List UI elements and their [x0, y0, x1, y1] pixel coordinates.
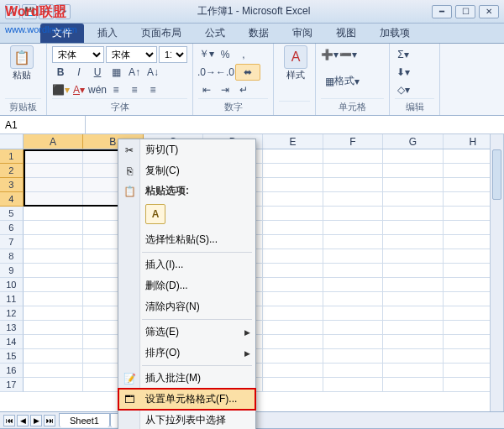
cell[interactable] [383, 364, 443, 378]
cell[interactable] [24, 178, 83, 192]
delete-cells-button[interactable]: ➖▾ [339, 46, 356, 63]
cell[interactable] [383, 292, 443, 306]
cell[interactable] [323, 349, 383, 364]
tab-insert[interactable]: 插入 [86, 24, 129, 43]
increase-decimal-button[interactable]: .0→ [198, 64, 215, 81]
cell[interactable] [263, 306, 323, 321]
cell[interactable] [323, 364, 383, 378]
cell[interactable] [24, 264, 83, 278]
cell[interactable] [323, 164, 383, 178]
cell[interactable] [383, 149, 443, 164]
row-header[interactable]: 11 [0, 292, 24, 306]
row-header[interactable]: 9 [0, 264, 24, 278]
cm-filter[interactable]: 筛选(E)▶ [118, 322, 255, 343]
select-all-corner[interactable] [0, 134, 24, 149]
cell[interactable] [383, 335, 443, 349]
currency-button[interactable]: ￥▾ [198, 46, 215, 63]
cm-insert-comment[interactable]: 📝插入批注(M) [118, 368, 255, 389]
cell[interactable] [383, 249, 443, 264]
row-header[interactable]: 3 [0, 178, 24, 192]
cm-paste-special[interactable]: 选择性粘贴(S)... [118, 229, 255, 250]
cell[interactable] [323, 378, 383, 392]
font-name-select2[interactable]: 宋体 [106, 46, 158, 63]
underline-button[interactable]: U [89, 64, 106, 81]
cell[interactable] [383, 321, 443, 335]
cell[interactable] [323, 306, 383, 321]
minimize-button[interactable]: ━ [432, 5, 452, 18]
cell[interactable] [323, 321, 383, 335]
align-right-button[interactable]: ≡ [144, 81, 161, 98]
cell[interactable] [383, 349, 443, 364]
border-button[interactable]: ▦ [108, 64, 124, 81]
close-button[interactable]: ✕ [479, 5, 499, 18]
cell[interactable] [24, 349, 83, 364]
tab-data[interactable]: 数据 [237, 24, 281, 43]
cell[interactable] [323, 264, 383, 278]
col-header[interactable]: A [24, 134, 83, 149]
decrease-decimal-button[interactable]: ←.0 [217, 64, 234, 81]
cell[interactable] [24, 149, 83, 164]
tab-addins[interactable]: 加载项 [368, 24, 422, 43]
row-header[interactable]: 14 [0, 335, 24, 349]
cm-dropdown[interactable]: 从下拉列表中选择(K)... [118, 410, 255, 429]
sheet-nav-last[interactable]: ⏭ [44, 415, 55, 426]
tab-view[interactable]: 视图 [324, 24, 368, 43]
row-header[interactable]: 13 [0, 321, 24, 335]
cell[interactable] [24, 164, 83, 178]
vertical-scrollbar[interactable] [490, 134, 503, 411]
row-header[interactable]: 6 [0, 221, 24, 235]
cell[interactable] [263, 192, 323, 207]
align-left-button[interactable]: ≡ [108, 81, 124, 98]
name-box[interactable]: A1 [0, 116, 86, 133]
font-name-select[interactable]: 宋体 [52, 46, 104, 63]
cell[interactable] [383, 192, 443, 207]
cell[interactable] [323, 235, 383, 249]
cm-insert[interactable]: 插入(I)... [118, 254, 255, 275]
cell[interactable] [24, 278, 83, 292]
cm-cut[interactable]: ✂剪切(T) [118, 139, 255, 160]
cm-copy[interactable]: ⎘复制(C) [118, 160, 255, 181]
cm-sort[interactable]: 排序(O)▶ [118, 343, 255, 364]
cell[interactable] [24, 306, 83, 321]
tab-formulas[interactable]: 公式 [193, 24, 237, 43]
tab-pagelayout[interactable]: 页面布局 [129, 24, 193, 43]
cell[interactable] [263, 335, 323, 349]
cell[interactable] [263, 235, 323, 249]
align-center-button[interactable]: ≡ [126, 81, 143, 98]
sheet-nav-next[interactable]: ▶ [30, 415, 42, 426]
cell[interactable] [383, 264, 443, 278]
cell[interactable] [323, 249, 383, 264]
cell[interactable] [383, 178, 443, 192]
cell[interactable] [263, 221, 323, 235]
cell[interactable] [323, 335, 383, 349]
cell[interactable] [263, 178, 323, 192]
cm-clear[interactable]: 清除内容(N) [118, 296, 255, 317]
cell[interactable] [263, 292, 323, 306]
cell[interactable] [383, 221, 443, 235]
row-header[interactable]: 12 [0, 306, 24, 321]
cell[interactable] [383, 207, 443, 221]
cell[interactable] [263, 321, 323, 335]
cell[interactable] [383, 306, 443, 321]
formula-input[interactable] [86, 116, 504, 133]
cm-delete[interactable]: 删除(D)... [118, 275, 255, 296]
paste-button[interactable]: 📋 粘贴 [5, 45, 39, 81]
col-header[interactable]: G [383, 134, 443, 149]
col-header[interactable]: E [263, 134, 323, 149]
cell[interactable] [263, 364, 323, 378]
cell[interactable] [323, 278, 383, 292]
font-color-button[interactable]: A▾ [71, 81, 87, 98]
percent-button[interactable]: % [217, 46, 234, 63]
cell[interactable] [24, 207, 83, 221]
format-button[interactable]: ▦ 格式▾ [321, 73, 364, 90]
cell[interactable] [323, 221, 383, 235]
cell[interactable] [24, 292, 83, 306]
cell[interactable] [323, 149, 383, 164]
comma-button[interactable]: , [235, 46, 252, 63]
maximize-button[interactable]: ☐ [455, 5, 475, 18]
clear-button[interactable]: ◇▾ [395, 81, 412, 98]
cell[interactable] [24, 192, 83, 207]
indent-inc-button[interactable]: ⇥ [217, 81, 234, 98]
cell[interactable] [383, 235, 443, 249]
wrap-button[interactable]: ↵ [235, 81, 252, 98]
